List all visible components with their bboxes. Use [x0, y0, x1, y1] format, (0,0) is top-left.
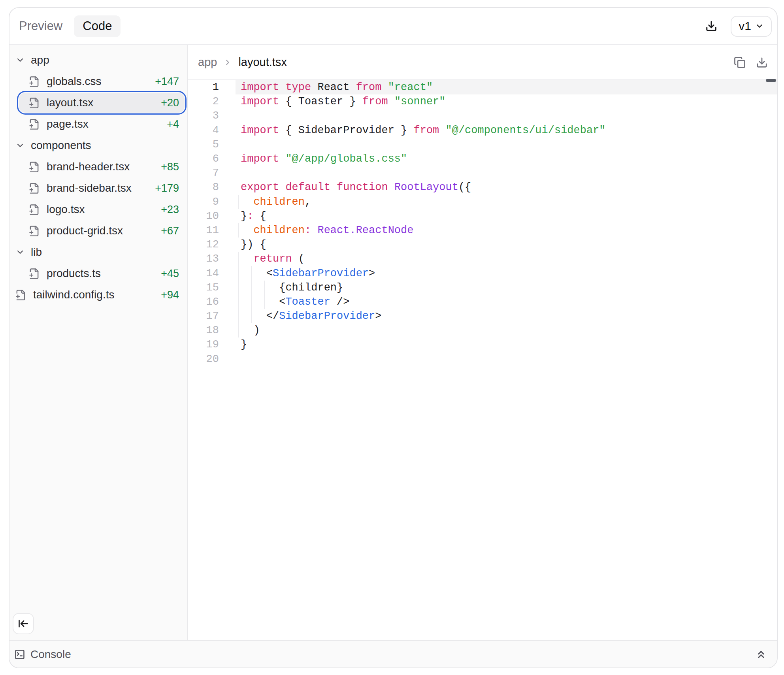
code-line-text: )	[219, 324, 260, 336]
breadcrumb-folder[interactable]: app	[198, 56, 217, 69]
line-number: 13	[188, 253, 219, 265]
code-area[interactable]: 1import type React from "react"2import {…	[188, 80, 777, 640]
tree-file-product-grid.tsx[interactable]: product-grid.tsx+67	[9, 220, 187, 241]
file-label: products.ts	[47, 267, 101, 280]
added-lines-count: +147	[155, 75, 179, 88]
code-line-text: children: React.ReactNode	[219, 224, 413, 236]
line-number: 14	[188, 268, 219, 279]
editor-header: app layout.tsx	[188, 45, 777, 80]
line-number: 18	[188, 324, 219, 336]
scrollbar-thumb[interactable]	[766, 79, 776, 82]
tree-file-page.tsx[interactable]: page.tsx+4	[9, 113, 187, 135]
code-line-text: }	[219, 339, 247, 351]
tree-file-logo.tsx[interactable]: logo.tsx+23	[9, 199, 187, 220]
line-number: 7	[188, 167, 219, 179]
file-plus-icon	[28, 161, 40, 173]
tree-file-tailwind.config.ts[interactable]: tailwind.config.ts+94	[9, 284, 187, 305]
tab-code[interactable]: Code	[74, 15, 121, 37]
chevrons-up-icon[interactable]	[755, 649, 767, 660]
tree-folder-app[interactable]: app	[9, 49, 187, 71]
terminal-icon	[14, 649, 25, 660]
version-label: v1	[739, 19, 751, 33]
line-number: 3	[188, 110, 219, 122]
code-line-15: 15 {children}	[188, 281, 777, 295]
download-button[interactable]	[705, 20, 717, 32]
version-dropdown[interactable]: v1	[731, 16, 772, 37]
copy-code-button[interactable]	[734, 57, 746, 68]
tree-file-brand-header.tsx[interactable]: brand-header.tsx+85	[9, 156, 187, 177]
file-label: logo.tsx	[47, 203, 85, 216]
file-label: globals.css	[47, 75, 102, 88]
file-plus-icon	[28, 268, 40, 279]
file-label: layout.tsx	[47, 96, 93, 109]
code-line-text: }: {	[219, 210, 266, 222]
code-line-text: children,	[219, 196, 311, 208]
line-number: 10	[188, 210, 219, 222]
line-number: 6	[188, 153, 219, 165]
code-line-10: 10}: {	[188, 209, 777, 223]
tab-preview[interactable]: Preview	[19, 19, 62, 33]
toolbar-actions: v1	[705, 16, 772, 37]
code-line-9: 9 children,	[188, 195, 777, 209]
added-lines-count: +179	[155, 182, 179, 194]
code-line-text: return (	[219, 253, 305, 265]
file-plus-icon	[28, 204, 40, 215]
code-line-20: 20	[188, 352, 777, 366]
line-number: 16	[188, 296, 219, 308]
editor-actions	[734, 57, 768, 68]
download-file-button[interactable]	[756, 57, 768, 68]
code-line-8: 8export default function RootLayout({	[188, 180, 777, 194]
file-tree: appglobals.css+147layout.tsx+20page.tsx+…	[9, 49, 187, 305]
view-tabs: Preview Code	[19, 15, 121, 37]
added-lines-count: +20	[161, 97, 179, 109]
code-line-11: 11 children: React.ReactNode	[188, 223, 777, 238]
tree-file-brand-sidebar.tsx[interactable]: brand-sidebar.tsx+179	[9, 177, 187, 199]
file-plus-icon	[28, 183, 40, 194]
file-plus-icon	[28, 225, 40, 237]
chevron-down-icon	[15, 55, 25, 65]
file-plus-icon	[28, 119, 40, 130]
code-line-18: 18 )	[188, 323, 777, 338]
row-background	[19, 114, 185, 134]
code-line-13: 13 return (	[188, 252, 777, 266]
code-line-text: {children}	[219, 282, 343, 294]
added-lines-count: +94	[161, 289, 179, 301]
file-tree-panel: appglobals.css+147layout.tsx+20page.tsx+…	[9, 45, 188, 640]
line-number: 5	[188, 139, 219, 151]
tree-file-layout.tsx[interactable]: layout.tsx+20	[9, 92, 187, 113]
file-label: lib	[31, 246, 42, 258]
file-label: tailwind.config.ts	[33, 288, 114, 301]
code-line-2: 2import { Toaster } from "sonner"	[188, 94, 777, 109]
tree-folder-lib[interactable]: lib	[9, 241, 187, 263]
tree-file-products.ts[interactable]: products.ts+45	[9, 263, 187, 284]
collapse-sidebar-button[interactable]	[13, 613, 34, 634]
code-line-text: import type React from "react"	[219, 81, 433, 93]
file-label: brand-sidebar.tsx	[47, 182, 132, 194]
added-lines-count: +45	[161, 268, 179, 280]
code-line-5: 5	[188, 138, 777, 152]
file-label: product-grid.tsx	[47, 224, 123, 237]
file-label: brand-header.tsx	[47, 160, 130, 173]
code-line-1: 1import type React from "react"	[188, 80, 777, 94]
code-line-14: 14 <SidebarProvider>	[188, 266, 777, 280]
code-line-6: 6import "@/app/globals.css"	[188, 152, 777, 166]
tree-folder-components[interactable]: components	[9, 135, 187, 156]
line-number: 4	[188, 124, 219, 136]
code-editor-panel: app layout.tsx 1import type React from "…	[188, 45, 777, 640]
code-line-12: 12}) {	[188, 238, 777, 252]
tree-file-globals.css[interactable]: globals.css+147	[9, 71, 187, 92]
code-line-3: 3	[188, 109, 777, 123]
console-bar[interactable]: Console	[9, 640, 777, 667]
line-number: 17	[188, 310, 219, 322]
code-line-text: export default function RootLayout({	[219, 181, 471, 193]
code-line-4: 4import { SidebarProvider } from "@/comp…	[188, 123, 777, 138]
line-number: 19	[188, 339, 219, 351]
file-label: app	[31, 54, 49, 66]
file-plus-icon	[28, 97, 40, 109]
code-line-text: }) {	[219, 239, 266, 251]
file-label: page.tsx	[47, 118, 89, 130]
top-toolbar: Preview Code v1	[9, 8, 777, 45]
row-background	[19, 242, 185, 262]
code-line-text: <SidebarProvider>	[219, 268, 375, 279]
line-number: 15	[188, 282, 219, 294]
